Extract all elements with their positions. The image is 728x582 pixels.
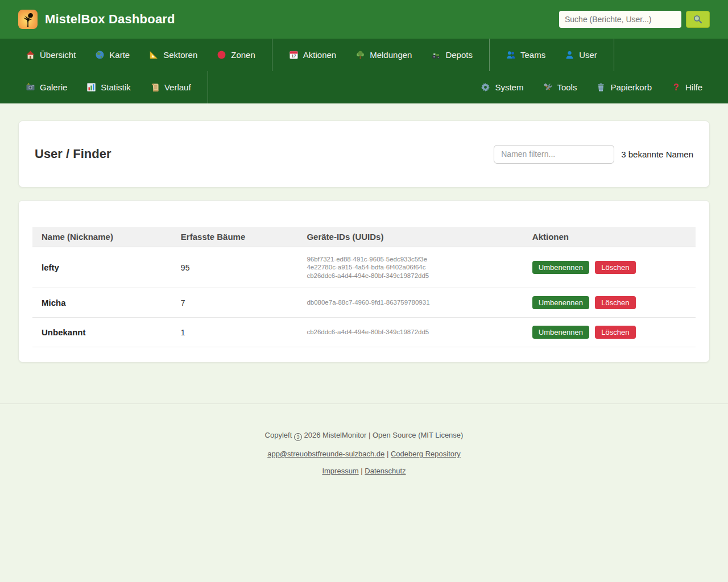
nav-item-label: Hilfe: [685, 82, 702, 92]
nav-item-galerie[interactable]: Galerie: [16, 71, 77, 103]
page-footer: Copyleft ɔ 2026 MistelMonitor | Open Sou…: [0, 404, 728, 475]
datenschutz-link[interactable]: Datenschutz: [365, 467, 406, 475]
delete-button[interactable]: Löschen: [595, 261, 635, 274]
legal-line: Impressum | Datenschutz: [0, 467, 728, 475]
gear-icon: [481, 82, 490, 92]
user-icon: [565, 50, 574, 60]
rename-button[interactable]: Umbenennen: [532, 326, 589, 339]
main-content: User / Finder 3 bekannte Namen Name (Nic…: [0, 103, 728, 404]
nav-item-label: Galerie: [40, 82, 67, 92]
users-table: Name (Nickname) Erfasste Bäume Geräte-ID…: [32, 227, 696, 347]
rename-button[interactable]: Umbenennen: [532, 296, 589, 309]
nav-item-depots[interactable]: Depots: [421, 39, 482, 71]
question-icon: ?: [671, 82, 681, 92]
column-header: Name (Nickname): [32, 227, 172, 247]
nav-separator: [208, 71, 208, 103]
filter-input[interactable]: [494, 145, 614, 164]
column-header: Geräte-IDs (UUIDs): [297, 227, 523, 247]
tree-icon: [355, 50, 365, 60]
tree-count-cell: 95: [172, 247, 298, 288]
codeberg-link[interactable]: Codeberg Repository: [391, 450, 461, 458]
nav-separator: [272, 39, 272, 71]
table-row: lefty 95 96bf7321-ed88-491c-9605-5edc933…: [32, 247, 696, 288]
tools-icon: [543, 82, 552, 92]
link-separator: |: [384, 450, 391, 458]
bar-chart-icon: [86, 82, 96, 92]
app-title: MistelBox Dashboard: [45, 12, 175, 27]
nav-item-verlauf[interactable]: Verlauf: [140, 71, 201, 103]
uuid-cell: cb26ddc6-a4d4-494e-80bf-349c19872dd5: [297, 318, 523, 347]
uuid-cell: db080e7a-88c7-4960-9fd1-863759780931: [297, 288, 523, 318]
globe-icon: [95, 50, 105, 60]
delete-button[interactable]: Löschen: [595, 296, 635, 309]
user-name-cell: Unbekannt: [32, 318, 172, 347]
tree-count-cell: 7: [172, 288, 298, 318]
nav-separator: [614, 39, 614, 71]
nav-item-label: Papierkorb: [610, 82, 652, 92]
nav-item-tools[interactable]: Tools: [533, 71, 586, 103]
home-icon: [26, 50, 35, 60]
column-header: Aktionen: [523, 227, 696, 247]
nav-item-zonen[interactable]: Zonen: [207, 39, 265, 71]
nav-item-user[interactable]: User: [555, 39, 607, 71]
rename-button[interactable]: Umbenennen: [532, 261, 589, 274]
nav-item-label: Tools: [557, 82, 577, 92]
search-input[interactable]: [559, 11, 681, 28]
actions-cell: Umbenennen Löschen: [523, 288, 696, 318]
tree-count-cell: 1: [172, 318, 298, 347]
impressum-link[interactable]: Impressum: [322, 467, 358, 475]
nav-row-1: Übersicht Karte Sektoren Zonen 17 Aktion…: [0, 39, 728, 71]
copyleft-prefix: Copyleft: [265, 431, 292, 439]
email-link[interactable]: app@streuobstfreunde-sulzbach.de: [267, 450, 384, 458]
nav-item-karte[interactable]: Karte: [85, 39, 139, 71]
nav-item-label: System: [495, 82, 523, 92]
nav-item-label: User: [579, 50, 597, 60]
nav-item-statistik[interactable]: Statistik: [77, 71, 140, 103]
nav-row-2: Galerie Statistik Verlauf System Tools: [0, 71, 728, 103]
scroll-icon: [150, 82, 160, 92]
name-count: 3 bekannte Namen: [621, 149, 693, 159]
nav-item-label: Depots: [445, 50, 473, 60]
calendar-17-icon: 17: [289, 50, 299, 60]
nav-separator: [489, 39, 490, 71]
nav-item-uebersicht[interactable]: Übersicht: [16, 39, 85, 71]
table-row: Unbekannt 1 cb26ddc6-a4d4-494e-80bf-349c…: [32, 318, 696, 347]
header-row: Name (Nickname) Erfasste Bäume Geräte-ID…: [32, 227, 696, 247]
page-title: User / Finder: [35, 147, 111, 161]
nav-item-meldungen[interactable]: Meldungen: [346, 39, 421, 71]
column-header: Erfasste Bäume: [172, 227, 298, 247]
nav-item-papierkorb[interactable]: Papierkorb: [586, 71, 661, 103]
nav-item-teams[interactable]: Teams: [497, 39, 555, 71]
svg-text:?: ?: [673, 82, 679, 92]
actions-cell: Umbenennen Löschen: [523, 247, 696, 288]
nav-item-aktionen[interactable]: 17 Aktionen: [279, 39, 346, 71]
nav-item-label: Aktionen: [303, 50, 336, 60]
nav-item-label: Meldungen: [370, 50, 412, 60]
links-line: app@streuobstfreunde-sulzbach.de | Codeb…: [0, 450, 728, 458]
uuid-cell: 96bf7321-ed88-491c-9605-5edc933c5f3e 4e2…: [297, 247, 523, 288]
table-row: Micha 7 db080e7a-88c7-4960-9fd1-86375978…: [32, 288, 696, 318]
red-circle-icon: [217, 50, 226, 60]
delete-button[interactable]: Löschen: [595, 326, 635, 339]
table-body: lefty 95 96bf7321-ed88-491c-9605-5edc933…: [32, 247, 696, 347]
svg-text:17: 17: [291, 53, 296, 59]
copyright-line: Copyleft ɔ 2026 MistelMonitor | Open Sou…: [0, 431, 728, 441]
nav-item-system[interactable]: System: [471, 71, 533, 103]
title-card: User / Finder 3 bekannte Namen: [18, 120, 710, 188]
teams-icon: [506, 50, 516, 60]
nav-item-label: Verlauf: [164, 82, 191, 92]
nav-item-label: Karte: [109, 50, 130, 60]
mistelbox-logo-icon: [18, 10, 38, 29]
users-card: Name (Nickname) Erfasste Bäume Geräte-ID…: [18, 200, 710, 363]
nav-item-sektoren[interactable]: Sektoren: [139, 39, 207, 71]
search-icon: [693, 14, 703, 24]
search-button[interactable]: [686, 11, 710, 28]
header-search: [559, 11, 710, 28]
copyleft-icon: ɔ: [294, 433, 302, 441]
link-separator: |: [359, 467, 365, 475]
app-header: MistelBox Dashboard: [0, 0, 728, 39]
user-name-cell: lefty: [32, 247, 172, 288]
tractor-icon: [431, 50, 441, 60]
nav-item-label: Sektoren: [163, 50, 197, 60]
nav-item-hilfe[interactable]: ? Hilfe: [661, 71, 712, 103]
